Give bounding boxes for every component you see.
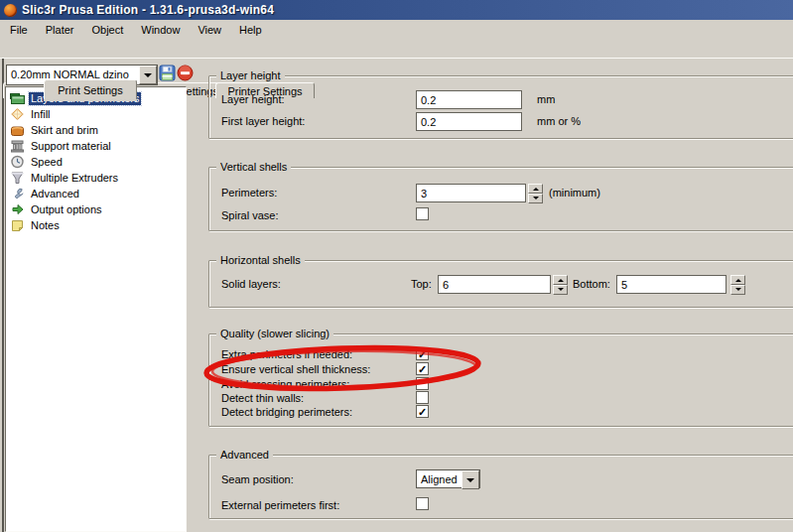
detect-bridging-checkbox[interactable]: ✓ (416, 405, 429, 418)
perimeters-note: (minimum) (549, 187, 600, 199)
spiral-vase-label: Spiral vase: (221, 209, 278, 221)
spiral-vase-checkbox[interactable] (416, 207, 429, 220)
triangle-up-icon (533, 185, 539, 191)
solid-layers-bottom-spinner (730, 275, 745, 294)
group-legend: Layer height (216, 68, 285, 82)
layer-height-label: Layer height: (221, 93, 285, 105)
external-perimeters-checkbox[interactable] (416, 497, 429, 510)
spinner-up-button[interactable] (730, 275, 745, 285)
window-title: Slic3r Prusa Edition - 1.31.6-prusa3d-wi… (22, 3, 274, 17)
sidebar-item-label: Infill (29, 108, 53, 121)
solid-layers-top-label: Top: (411, 278, 432, 290)
seam-position-select[interactable]: Aligned (416, 469, 480, 488)
menu-item-file[interactable]: File (0, 22, 37, 38)
group-layer-height: Layer height Layer height: 0.2 mm First … (208, 75, 793, 139)
checkmark: ✓ (418, 364, 427, 374)
first-layer-height-label: First layer height: (221, 115, 305, 127)
sidebar-item-label: Skirt and brim (29, 124, 100, 137)
speed-icon (10, 155, 25, 169)
spinner-up-button[interactable] (553, 275, 568, 285)
sidebar-item-label: Multiple Extruders (29, 172, 120, 185)
group-horizontal-shells: Horizontal shells Solid layers: Top: 6 B… (208, 260, 793, 308)
window-titlebar: Slic3r Prusa Edition - 1.31.6-prusa3d-wi… (0, 0, 793, 20)
triangle-up-icon (735, 276, 741, 282)
spinner-down-button[interactable] (553, 285, 568, 295)
perimeters-spinner (528, 184, 543, 202)
sidebar-item-support-material[interactable]: Support material (6, 138, 186, 154)
slic3r-app-icon (4, 4, 17, 17)
sidebar-item-output-options[interactable]: Output options (6, 201, 186, 217)
avoid-crossing-checkbox[interactable] (416, 377, 429, 390)
layers-icon (10, 91, 25, 105)
app-window: Slic3r Prusa Edition - 1.31.6-prusa3d-wi… (0, 0, 793, 532)
triangle-down-icon (735, 288, 741, 294)
solid-layers-bottom-label: Bottom: (573, 278, 610, 290)
detect-bridging-label: Detect bridging perimeters: (221, 406, 352, 418)
first-layer-height-input[interactable]: 0.2 (416, 112, 522, 131)
menu-item-view[interactable]: View (189, 22, 230, 38)
seam-dropdown-button[interactable] (462, 470, 479, 489)
menu-item-plater[interactable]: Plater (37, 22, 83, 38)
solid-layers-bottom-input[interactable]: 5 (616, 275, 727, 294)
minus-icon (177, 65, 194, 81)
triangle-up-icon (558, 276, 564, 282)
triangle-down-icon (533, 197, 539, 202)
checkmark: ✓ (418, 407, 427, 417)
avoid-crossing-label: Avoid crossing perimeters: (221, 378, 349, 390)
chevron-down-icon (144, 73, 152, 81)
sidebar-item-label: Advanced (29, 188, 81, 200)
perimeters-input[interactable]: 3 (416, 184, 526, 202)
detect-thin-walls-label: Detect thin walls: (221, 392, 304, 404)
external-perimeters-label: External perimeters first: (221, 499, 339, 511)
sidebar-item-multiple-extruders[interactable]: Multiple Extruders (6, 170, 186, 186)
tab-page-left-border (2, 59, 4, 532)
sidebar-item-infill[interactable]: Infill (6, 106, 186, 122)
triangle-down-icon (558, 288, 564, 294)
solid-layers-top-spinner (553, 275, 568, 294)
group-legend: Advanced (216, 448, 273, 462)
seam-position-value: Aligned (417, 470, 462, 487)
group-legend: Horizontal shells (216, 253, 305, 267)
spinner-down-button[interactable] (528, 194, 543, 203)
layer-height-unit: mm (537, 93, 555, 105)
spinner-up-button[interactable] (528, 184, 543, 194)
notes-icon (10, 218, 25, 232)
group-quality: Quality (slower slicing) Extra perimeter… (208, 333, 793, 427)
extra-perimeters-label: Extra perimeters if needed: (221, 348, 352, 360)
tab-print-settings[interactable]: Print Settings (44, 79, 137, 99)
solid-layers-label: Solid layers: (221, 278, 281, 290)
menu-item-help[interactable]: Help (230, 22, 271, 38)
sidebar-item-label: Support material (29, 140, 113, 153)
sidebar-item-advanced[interactable]: Advanced (6, 186, 186, 201)
sidebar-item-skirt-and-brim[interactable]: Skirt and brim (6, 122, 186, 138)
support-icon (10, 139, 25, 153)
preset-dropdown-button[interactable] (139, 66, 157, 84)
group-vertical-shells: Vertical shells Perimeters: 3 (minimum) … (208, 167, 793, 231)
save-preset-button[interactable] (158, 64, 176, 82)
chevron-down-icon (466, 478, 474, 486)
detect-thin-walls-checkbox[interactable] (416, 391, 429, 404)
ensure-vertical-shell-checkbox[interactable]: ✓ (416, 362, 429, 375)
sidebar-item-notes[interactable]: Notes (6, 217, 186, 233)
first-layer-height-unit: mm or % (537, 115, 581, 127)
sidebar-item-speed[interactable]: Speed (6, 154, 186, 170)
skirt-icon (10, 123, 25, 137)
extruders-icon (10, 171, 25, 185)
menu-item-object[interactable]: Object (82, 22, 132, 38)
sidebar-item-label: Speed (29, 156, 65, 169)
settings-tree: Layers and perimeters Infill Skirt and b… (5, 86, 187, 532)
infill-icon (10, 107, 25, 121)
group-legend: Vertical shells (216, 160, 291, 174)
menu-item-window[interactable]: Window (132, 22, 189, 38)
ensure-vertical-shell-label: Ensure vertical shell thickness: (221, 363, 370, 375)
layer-height-input[interactable]: 0.2 (416, 90, 522, 109)
wrench-icon (10, 187, 25, 200)
delete-preset-button[interactable] (176, 64, 194, 82)
checkmark: ✓ (418, 349, 427, 359)
solid-layers-top-input[interactable]: 6 (438, 275, 551, 294)
sidebar-item-label: Output options (29, 203, 104, 216)
extra-perimeters-checkbox[interactable]: ✓ (416, 347, 429, 360)
tab-bar: Plater Print Settings Filament Settings … (0, 40, 793, 59)
sidebar-item-label: Notes (29, 219, 62, 232)
spinner-down-button[interactable] (730, 285, 745, 295)
